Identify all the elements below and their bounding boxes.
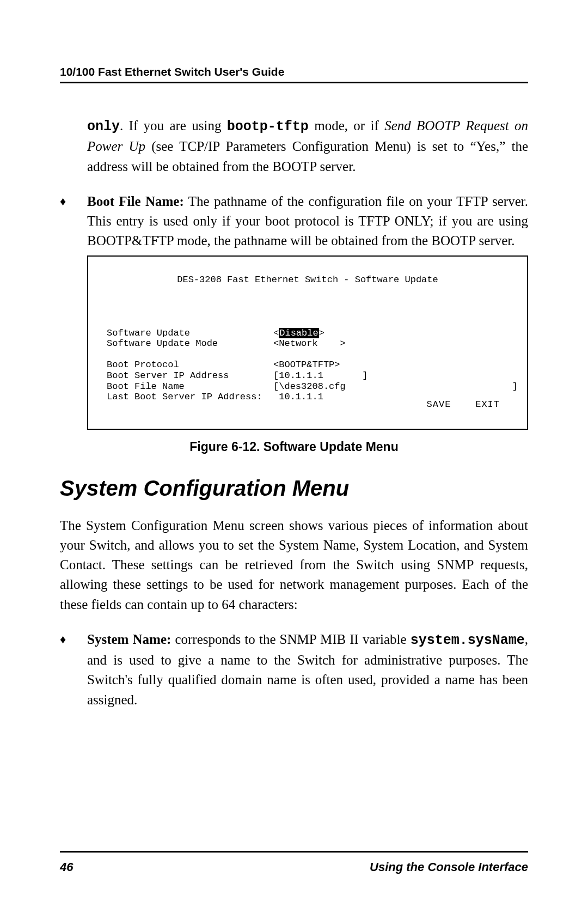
text: (see TCP/IP Parameters Configuration Men… [87, 139, 528, 173]
footer: 46 Using the Console Interface [60, 851, 528, 874]
row-software-update: Software Update <Disable> [107, 328, 324, 338]
para-only-continuation: only. If you are using bootp-tftp mode, … [60, 116, 528, 176]
bullet-body: System Name: corresponds to the SNMP MIB… [87, 630, 528, 710]
row-boot-protocol: Boot Protocol <BOOTP&TFTP> [107, 360, 340, 370]
content-area: only. If you are using bootp-tftp mode, … [60, 83, 528, 835]
footer-section: Using the Console Interface [370, 860, 528, 874]
row-software-update-mode: Software Update Mode <Network > [107, 338, 346, 349]
field-label: System Name: [87, 632, 171, 647]
running-head: 10/100 Fast Ethernet Switch User's Guide [60, 65, 528, 83]
code-bootp-tftp: bootp-tftp [227, 119, 309, 135]
code-only: only [87, 119, 120, 135]
page-number: 46 [60, 860, 73, 874]
text: . If you are using [120, 118, 227, 133]
page: 10/100 Fast Ethernet Switch User's Guide… [0, 0, 588, 907]
bullet-boot-file-name: ♦ Boot File Name: The pathname of the co… [60, 192, 528, 251]
figure-title: DES-3208 Fast Ethernet Switch - Software… [107, 275, 509, 285]
field-label: Boot File Name: [87, 194, 184, 209]
bullet-body: Boot File Name: The pathname of the conf… [87, 192, 528, 251]
bullet-icon: ♦ [60, 630, 87, 710]
text: corresponds to the SNMP MIB II variable [171, 632, 410, 647]
save-button[interactable]: SAVE [427, 399, 451, 410]
selected-value: Disable [279, 328, 318, 338]
row-boot-server-ip: Boot Server IP Address [10.1.1.1 ] [107, 370, 368, 381]
row-last-boot-server: Last Boot Server IP Address: 10.1.1.1 [107, 392, 323, 402]
figure-software-update-menu: DES-3208 Fast Ethernet Switch - Software… [87, 255, 528, 430]
bullet-icon: ♦ [60, 192, 87, 251]
figure-caption: Figure 6-12. Software Update Menu [60, 440, 528, 454]
code-sysname: system.sysName [411, 632, 525, 648]
text: mode, or if [309, 118, 384, 133]
section-heading: System Configuration Menu [60, 476, 528, 501]
figure-buttons: SAVE EXIT [378, 389, 500, 421]
exit-button[interactable]: EXIT [475, 399, 500, 410]
para-system-config-intro: The System Configuration Menu screen sho… [60, 516, 528, 614]
bullet-system-name: ♦ System Name: corresponds to the SNMP M… [60, 630, 528, 710]
